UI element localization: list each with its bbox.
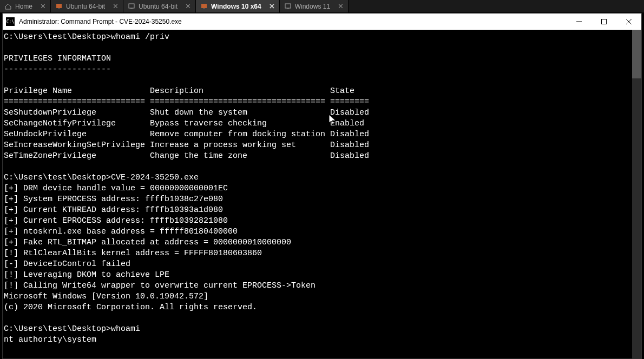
console-line: Microsoft Windows [Version 10.0.19042.57… [4, 291, 632, 302]
console-line: [-] DeviceIoControl failed [4, 259, 632, 270]
console-line: [+] Current KTHREAD address: ffffb10393a… [4, 205, 632, 216]
svg-rect-3 [130, 9, 133, 9]
vm-tab-windows-11[interactable]: Windows 11✕ [280, 0, 349, 12]
console-line: SeIncreaseWorkingSetPrivilege Increase a… [4, 140, 632, 151]
console-line: SeUndockPrivilege Remove computer from d… [4, 129, 632, 140]
console-line: SeShutdownPrivilege Shut down the system… [4, 108, 632, 118]
tab-label: Home [15, 3, 32, 10]
svg-rect-6 [285, 4, 291, 8]
cmd-window: C:\ Administrator: Command Prompt - CVE-… [2, 13, 642, 359]
monitor-outline-icon [128, 3, 135, 10]
monitor-icon [55, 3, 63, 10]
console-line: [+] ntoskrnl.exe base address = fffff801… [4, 227, 632, 237]
console-line: [+] System EPROCESS address: ffffb1038c2… [4, 194, 632, 205]
console-line [4, 75, 632, 86]
console-line: nt authority\system [4, 335, 632, 345]
vm-tab-ubuntu-64-bit[interactable]: Ubuntu 64-bit✕ [51, 0, 123, 12]
svg-rect-7 [287, 9, 289, 9]
console-line: C:\Users\test\Desktop>whoami /priv [4, 32, 632, 43]
maximize-button[interactable] [592, 14, 616, 30]
tab-label: Ubuntu 64-bit [66, 3, 105, 10]
console-line: [+] DRM device handle value = 0000000000… [4, 183, 632, 194]
console-line: SeChangeNotifyPrivilege Bypass traverse … [4, 118, 632, 129]
minimize-button[interactable] [567, 14, 592, 30]
svg-rect-1 [58, 9, 60, 9]
console-line: ---------------------- [4, 64, 632, 75]
console-line: C:\Users\test\Desktop>whoami [4, 324, 632, 335]
cmd-icon: C:\ [6, 17, 15, 26]
svg-rect-0 [56, 4, 62, 8]
scrollbar[interactable] [632, 30, 641, 358]
window-title: Administrator: Command Prompt - CVE-2024… [19, 18, 567, 25]
console-output[interactable]: C:\Users\test\Desktop>whoami /priv PRIVI… [3, 30, 632, 358]
home-icon [4, 3, 12, 10]
vm-tab-bar: Home✕Ubuntu 64-bit✕Ubuntu 64-bit✕Windows… [0, 0, 644, 13]
close-icon[interactable]: ✕ [113, 2, 119, 10]
svg-rect-2 [129, 4, 134, 8]
close-icon[interactable]: ✕ [269, 2, 275, 10]
console-line: [+] Current EPROCESS address: ffffb10392… [4, 216, 632, 227]
tab-label: Windows 11 [295, 3, 330, 10]
scroll-thumb[interactable] [632, 30, 641, 78]
console-line: ============================= ==========… [4, 97, 632, 108]
svg-rect-4 [201, 4, 207, 8]
vm-tab-ubuntu-64-bit[interactable]: Ubuntu 64-bit✕ [123, 0, 196, 12]
console-line: [!] RtlClearAllBits kernel address = FFF… [4, 248, 632, 259]
close-icon[interactable]: ✕ [40, 2, 46, 10]
console-line: Privilege Name Description State [4, 86, 632, 97]
tab-label: Ubuntu 64-bit [139, 3, 178, 10]
tab-label: Windows 10 x64 [211, 3, 261, 10]
vm-tab-windows-10-x64[interactable]: Windows 10 x64✕ [196, 0, 280, 12]
vm-tab-home[interactable]: Home✕ [0, 0, 51, 12]
console-line: [!] Calling Write64 wrapper to overwrite… [4, 281, 632, 291]
svg-rect-9 [602, 19, 607, 24]
console-wrap: C:\Users\test\Desktop>whoami /priv PRIVI… [3, 30, 641, 358]
console-line [4, 162, 632, 172]
monitor-icon [200, 3, 208, 10]
titlebar[interactable]: C:\ Administrator: Command Prompt - CVE-… [3, 14, 641, 30]
console-line [4, 313, 632, 324]
close-icon[interactable]: ✕ [185, 2, 191, 10]
svg-rect-5 [203, 9, 205, 9]
console-line [4, 43, 632, 54]
console-line: (c) 2020 Microsoft Corporation. All righ… [4, 302, 632, 313]
window-controls [567, 14, 641, 30]
console-line: SeTimeZonePrivilege Change the time zone… [4, 151, 632, 162]
console-line: PRIVILEGES INFORMATION [4, 54, 632, 64]
console-line: C:\Users\test\Desktop>CVE-2024-35250.exe [4, 172, 632, 183]
close-button[interactable] [616, 14, 641, 30]
monitor-outline-icon [284, 3, 292, 10]
console-line: [+] Fake RTL_BITMAP allocated at address… [4, 237, 632, 248]
console-line: [!] Leveraging DKOM to achieve LPE [4, 270, 632, 281]
close-icon[interactable]: ✕ [338, 2, 344, 10]
